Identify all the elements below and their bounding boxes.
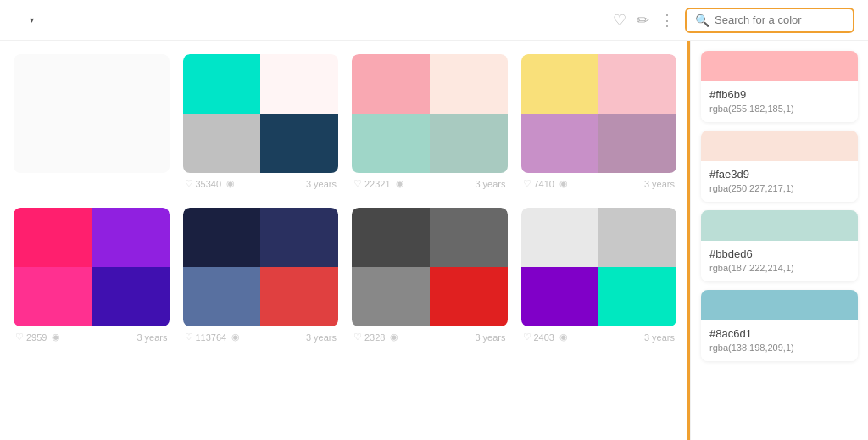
search-bar[interactable]: 🔍: [685, 8, 854, 33]
result-rgba: rgba(187,222,214,1): [709, 263, 849, 273]
palette-card[interactable]: [14, 54, 170, 194]
result-color-swatch: [701, 131, 858, 161]
eye-icon: ◉: [52, 331, 60, 343]
color-swatch: [260, 114, 338, 173]
result-rgba: rgba(250,227,217,1): [709, 183, 849, 193]
chevron-down-icon: ▾: [30, 15, 34, 25]
color-swatch: [430, 208, 508, 267]
result-rgba: rgba(138,198,209,1): [709, 343, 849, 353]
result-hex: #fae3d9: [709, 168, 849, 181]
color-swatch: [183, 267, 261, 326]
color-swatch: [430, 54, 508, 114]
palette-swatches: [14, 208, 170, 326]
heart-icon: ♡: [523, 178, 531, 189]
heart-icon: ♡: [185, 331, 193, 343]
likes-count: 113764: [196, 332, 227, 343]
palette-likes: ♡35340: [185, 178, 222, 189]
palette-card[interactable]: ♡113764◉3 years: [183, 208, 339, 348]
palette-likes: ♡2328: [353, 331, 385, 343]
color-swatch: [183, 208, 261, 267]
pencil-icon[interactable]: ✏: [637, 11, 649, 30]
color-swatch: [92, 208, 170, 267]
palette-swatches: [521, 54, 677, 173]
eye-icon: ◉: [390, 331, 398, 343]
eye-icon: ◉: [396, 178, 404, 189]
color-results-panel: #ffb6b9rgba(255,182,185,1)#fae3d9rgba(25…: [690, 41, 868, 440]
color-swatch: [352, 54, 430, 114]
palette-age: 3 years: [475, 179, 505, 189]
palette-meta: ♡2328◉3 years: [352, 326, 508, 348]
color-result-card[interactable]: #8ac6d1rgba(138,198,209,1): [701, 290, 858, 361]
palette-swatches: [521, 208, 677, 326]
header-actions: ♡ ✏ ⋮ 🔍: [613, 8, 854, 33]
color-swatch: [352, 208, 430, 267]
search-input[interactable]: [715, 14, 844, 26]
result-color-info: #fae3d9rgba(250,227,217,1): [701, 161, 858, 202]
color-swatch: [260, 267, 338, 326]
likes-count: 35340: [196, 179, 222, 189]
palette-age: 3 years: [306, 179, 337, 189]
search-icon: 🔍: [695, 14, 709, 27]
result-rgba: rgba(255,182,185,1): [709, 103, 849, 114]
more-options-icon[interactable]: ⋮: [659, 11, 675, 30]
palette-meta: ♡7410◉3 years: [521, 173, 677, 194]
result-color-info: #ffb6b9rgba(255,182,185,1): [701, 81, 858, 122]
color-swatch: [14, 208, 92, 267]
palette-likes: ♡113764: [185, 331, 227, 343]
palette-meta: ♡35340◉3 years: [183, 173, 339, 194]
color-swatch: [598, 208, 676, 267]
result-color-swatch: [701, 51, 858, 81]
palette-grid-area: ♡35340◉3 years♡22321◉3 years♡7410◉3 year…: [0, 41, 690, 440]
result-color-info: #8ac6d1rgba(138,198,209,1): [701, 320, 858, 361]
color-swatch: [598, 54, 676, 114]
heart-icon: ♡: [523, 331, 531, 343]
palette-age: 3 years: [644, 332, 675, 343]
likes-count: 22321: [364, 179, 391, 189]
palette-swatches: [352, 54, 508, 173]
likes-count: 2403: [534, 332, 554, 343]
palette-card[interactable]: ♡22321◉3 years: [352, 54, 508, 194]
color-swatch: [92, 114, 170, 173]
palette-swatches: [14, 54, 170, 173]
heart-icon: ♡: [353, 331, 362, 343]
heart-icon: ♡: [15, 331, 24, 343]
color-swatch: [92, 54, 170, 114]
color-result-card[interactable]: #bbded6rgba(187,222,214,1): [701, 210, 858, 281]
heart-icon[interactable]: ♡: [613, 11, 626, 30]
color-result-card[interactable]: #ffb6b9rgba(255,182,185,1): [701, 51, 858, 122]
palette-swatches: [352, 208, 508, 326]
palette-swatches: [183, 54, 339, 173]
color-swatch: [521, 114, 599, 173]
result-hex: #bbded6: [709, 248, 849, 260]
palette-card[interactable]: ♡2403◉3 years: [521, 208, 677, 348]
color-swatch: [598, 114, 676, 173]
palette-card[interactable]: ♡35340◉3 years: [183, 54, 339, 194]
color-swatch: [92, 267, 170, 326]
color-swatch: [430, 114, 508, 173]
palette-meta: ♡22321◉3 years: [352, 173, 508, 194]
palette-card[interactable]: ♡7410◉3 years: [521, 54, 677, 194]
color-swatch: [521, 267, 599, 326]
eye-icon: ◉: [226, 178, 235, 189]
palette-likes: ♡2403: [523, 331, 554, 343]
result-color-info: #bbded6rgba(187,222,214,1): [701, 241, 858, 281]
color-swatch: [430, 267, 508, 326]
likes-count: 2959: [26, 332, 47, 343]
palette-card[interactable]: ♡2959◉3 years: [14, 208, 170, 348]
color-swatch: [183, 114, 261, 173]
palette-likes: ♡2959: [15, 331, 47, 343]
color-result-card[interactable]: #fae3d9rgba(250,227,217,1): [701, 131, 858, 202]
palette-card[interactable]: ♡2328◉3 years: [352, 208, 508, 348]
new-button[interactable]: ▾: [20, 12, 41, 28]
palette-meta: ♡2403◉3 years: [521, 326, 677, 348]
palette-age: 3 years: [644, 179, 675, 189]
main-content: ♡35340◉3 years♡22321◉3 years♡7410◉3 year…: [0, 41, 868, 440]
color-swatch: [14, 267, 92, 326]
likes-count: 2328: [364, 332, 385, 343]
result-color-swatch: [701, 210, 858, 241]
color-swatch: [598, 267, 676, 326]
eye-icon: ◉: [231, 331, 240, 343]
palette-likes: ♡7410: [523, 178, 554, 189]
palette-meta: ♡2959◉3 years: [14, 326, 170, 348]
palette-age: 3 years: [306, 332, 337, 343]
